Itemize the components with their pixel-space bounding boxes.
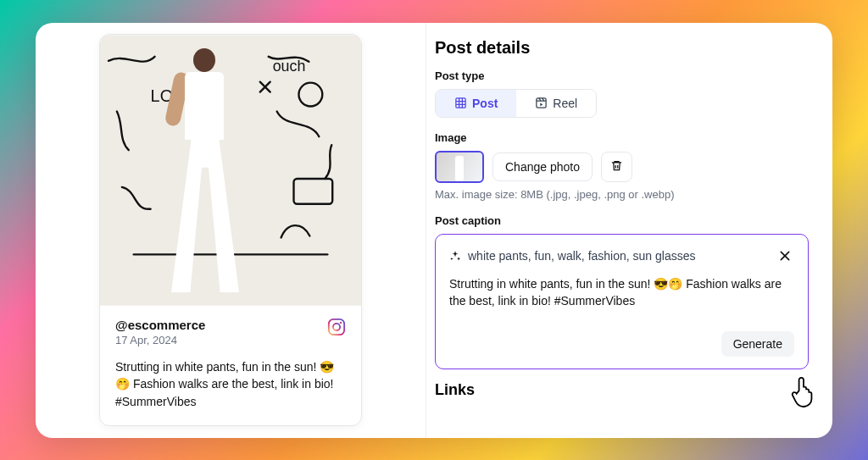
svg-point-7: [340, 322, 342, 324]
close-icon[interactable]: [776, 247, 794, 265]
image-hint: Max. image size: 8MB (.jpg, .jpeg, .png …: [435, 188, 809, 201]
links-title: Links: [435, 381, 809, 399]
reel-icon: [535, 97, 548, 109]
account-handle: @escommerce: [115, 318, 205, 332]
sparkle-icon: [449, 250, 461, 262]
svg-point-6: [333, 324, 340, 330]
prompt-keywords[interactable]: white pants, fun, walk, fashion, sun gla…: [468, 249, 695, 263]
post-type-segmented: Post Reel: [435, 89, 597, 118]
caption-label: Post caption: [435, 214, 809, 227]
generated-caption[interactable]: Strutting in white pants, fun in the sun…: [449, 275, 794, 310]
svg-rect-5: [329, 319, 344, 335]
post-type-post[interactable]: Post: [436, 90, 516, 117]
app-window: ouch LOVE @escommerce 17 Apr, 202: [36, 23, 832, 438]
generate-button[interactable]: Generate: [721, 331, 794, 357]
details-title: Post details: [435, 38, 809, 58]
image-thumbnail[interactable]: [435, 151, 484, 183]
svg-text:ouch: ouch: [273, 58, 306, 75]
svg-rect-9: [537, 98, 546, 108]
change-photo-button[interactable]: Change photo: [492, 152, 593, 181]
preview-pane: ouch LOVE @escommerce 17 Apr, 202: [36, 23, 426, 438]
post-type-label: Post type: [435, 69, 809, 82]
grid-icon: [454, 97, 467, 109]
post-type-post-label: Post: [472, 97, 498, 110]
svg-rect-8: [456, 98, 465, 108]
post-image: ouch LOVE: [100, 35, 361, 306]
post-type-reel[interactable]: Reel: [516, 90, 596, 117]
instagram-icon: [327, 318, 346, 336]
caption-preview: Strutting in white pants, fun in the sun…: [115, 358, 346, 410]
trash-icon: [610, 159, 623, 172]
image-label: Image: [435, 131, 809, 144]
post-preview-card: ouch LOVE @escommerce 17 Apr, 202: [99, 34, 362, 426]
post-type-reel-label: Reel: [553, 97, 577, 110]
details-pane: Post details Post type Post Reel Image C…: [426, 23, 832, 438]
caption-box: white pants, fun, walk, fashion, sun gla…: [435, 234, 809, 369]
delete-photo-button[interactable]: [601, 152, 632, 182]
post-date: 17 Apr, 2024: [115, 334, 205, 346]
